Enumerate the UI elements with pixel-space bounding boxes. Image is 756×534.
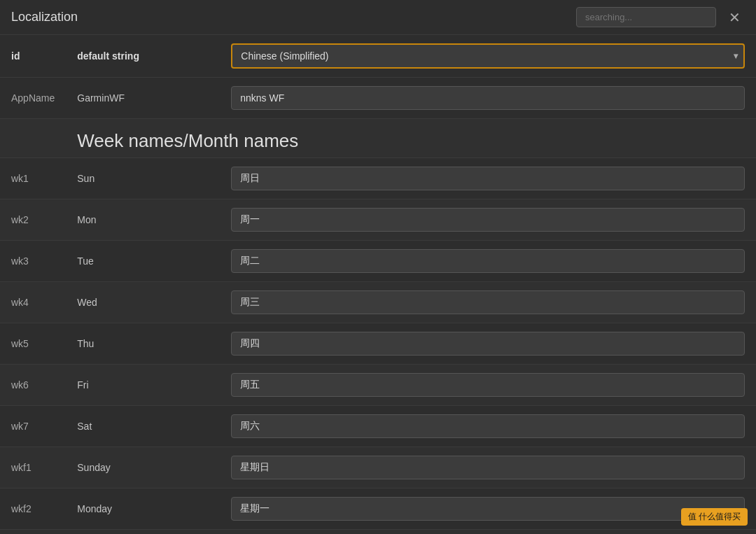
row-id-wk1: wk1 [0,158,66,199]
table-row: wkf1 Sunday [0,447,756,489]
wk6-input[interactable] [231,373,745,397]
window-title: Localization [11,10,78,24]
appname-input[interactable] [231,86,745,110]
wk2-input[interactable] [231,208,745,232]
row-value-wk6 [220,365,756,406]
row-id-wk4: wk4 [0,282,66,323]
table-row: wk1 Sun [0,158,756,199]
row-value-wk2 [220,199,756,241]
title-bar-right: ✕ [576,7,745,27]
main-table[interactable]: id default string Chinese (Simplified) C… [0,35,756,534]
col-header-default: default string [66,35,220,78]
section-title: Week names/Month names [77,130,298,151]
row-default-wk3: Tue [66,241,220,282]
window: Localization ✕ id default string Chinese… [0,0,756,534]
row-default-wkf1: Sunday [66,447,220,489]
wk7-input[interactable] [231,414,745,438]
wk5-input[interactable] [231,332,745,356]
row-default-wkf3: Tuesday [66,530,220,535]
row-value-appname [220,78,756,119]
close-button[interactable]: ✕ [724,9,745,26]
table-row: wk4 Wed [0,282,756,323]
row-default-wk7: Sat [66,406,220,447]
watermark-text: 值 什么值得买 [688,512,741,521]
row-value-wkf3 [220,530,756,535]
title-bar: Localization ✕ [0,0,756,35]
localization-table: id default string Chinese (Simplified) C… [0,35,756,534]
col-header-language: Chinese (Simplified) Chinese (Traditiona… [220,35,756,78]
row-default-wk4: Wed [66,282,220,323]
section-header-row: Week names/Month names [0,119,756,158]
wk1-input[interactable] [231,167,745,190]
col-header-id: id [0,35,66,78]
row-id-appname: AppName [0,78,66,119]
language-select-wrapper: Chinese (Simplified) Chinese (Traditiona… [231,43,745,69]
row-id-wk3: wk3 [0,241,66,282]
search-input[interactable] [576,7,716,27]
row-id-wk5: wk5 [0,323,66,365]
table-row: wk6 Fri [0,365,756,406]
row-value-wk3 [220,241,756,282]
row-default-wk5: Thu [66,323,220,365]
row-value-wk1 [220,158,756,199]
language-select[interactable]: Chinese (Simplified) Chinese (Traditiona… [231,43,745,69]
table-row: wk3 Tue [0,241,756,282]
section-header-cell: Week names/Month names [66,119,756,158]
table-row: wk5 Thu [0,323,756,365]
wk3-input[interactable] [231,249,745,273]
row-default-wk6: Fri [66,365,220,406]
table-header-row: id default string Chinese (Simplified) C… [0,35,756,78]
row-default-appname: GarminWF [66,78,220,119]
row-id-wkf2: wkf2 [0,489,66,530]
section-header-empty-id [0,119,66,158]
row-value-wk7 [220,406,756,447]
wkf2-input[interactable] [231,497,745,521]
row-id-wkf1: wkf1 [0,447,66,489]
row-default-wk2: Mon [66,199,220,241]
watermark-badge: 值 什么值得买 [681,508,748,526]
row-default-wkf2: Monday [66,489,220,530]
content-area: id default string Chinese (Simplified) C… [0,35,756,534]
row-value-wk4 [220,282,756,323]
wkf1-input[interactable] [231,456,745,479]
table-row: wkf2 Monday [0,489,756,530]
row-id-wkf3: wkf3 [0,530,66,535]
table-row: wkf3 Tuesday [0,530,756,535]
table-row: AppName GarminWF [0,78,756,119]
row-id-wk7: wk7 [0,406,66,447]
row-default-wk1: Sun [66,158,220,199]
row-id-wk6: wk6 [0,365,66,406]
table-row: wk7 Sat [0,406,756,447]
wk4-input[interactable] [231,290,745,314]
row-value-wk5 [220,323,756,365]
row-id-wk2: wk2 [0,199,66,241]
row-value-wkf2 [220,489,756,530]
table-row: wk2 Mon [0,199,756,241]
row-value-wkf1 [220,447,756,489]
